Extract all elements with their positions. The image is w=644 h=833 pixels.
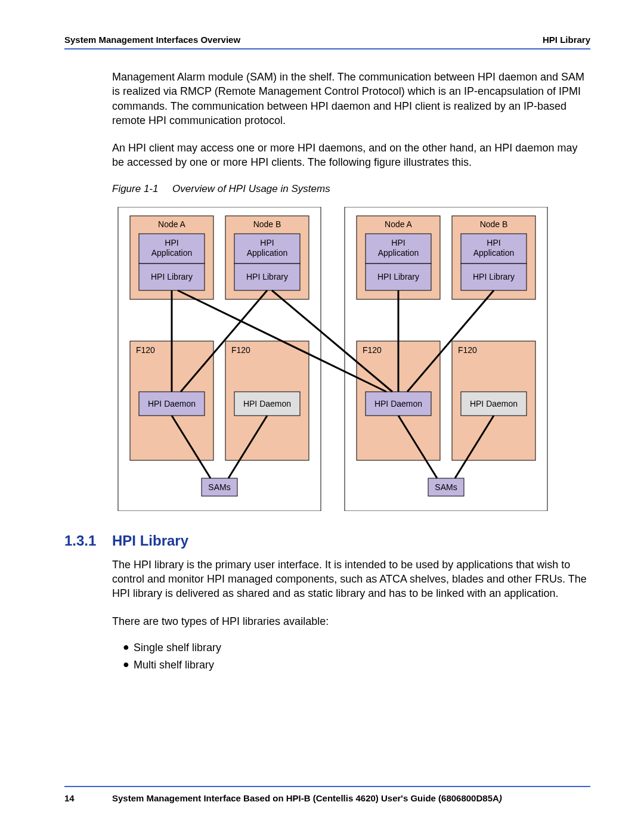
bullet-icon: ● xyxy=(123,642,134,654)
figure-caption: Figure 1-1 Overview of HPI Usage in Syst… xyxy=(112,183,590,195)
footer-text: System Management Interface Based on HPI… xyxy=(112,793,590,803)
node-a2-app-l1: HPI xyxy=(391,238,405,247)
section-number: 1.3.1 xyxy=(64,532,112,549)
node-a2-label: Node A xyxy=(385,219,413,229)
node-a1-label: Node A xyxy=(158,219,186,229)
f120-2a-daemon: HPI Daemon xyxy=(374,399,422,408)
node-a1-app-l1: HPI xyxy=(165,238,178,247)
section-p1: The HPI library is the primary user inte… xyxy=(112,558,590,601)
hpi-system-diagram: Node A HPI Application HPI Library Node … xyxy=(112,207,565,511)
node-b1-lib: HPI Library xyxy=(246,272,288,281)
node-b1-app-l2: Application xyxy=(247,248,288,258)
node-a2-lib: HPI Library xyxy=(377,272,419,281)
figure-label: Figure 1-1 xyxy=(112,183,158,194)
node-a2-app-l2: Application xyxy=(378,248,419,258)
f120-1b-label: F120 xyxy=(231,345,250,355)
section-heading: 1.3.1HPI Library xyxy=(64,532,590,549)
library-types-list: ● Single shelf library ● Multi shelf lib… xyxy=(123,642,590,671)
section-title: HPI Library xyxy=(112,532,188,549)
f120-1b-daemon: HPI Daemon xyxy=(243,399,291,408)
section-p2: There are two types of HPI libraries ava… xyxy=(112,614,590,628)
bullet-icon: ● xyxy=(123,659,134,671)
footer-main: System Management Interface Based on HPI… xyxy=(112,793,499,803)
header-left: System Management Interfaces Overview xyxy=(64,35,240,45)
list-item-text: Multi shelf library xyxy=(134,659,214,671)
section-body: The HPI library is the primary user inte… xyxy=(112,558,590,628)
f120-2b-daemon: HPI Daemon xyxy=(470,399,518,408)
header-right: HPI Library xyxy=(543,35,590,45)
node-b2-app-l1: HPI xyxy=(487,238,500,247)
figure-title: Overview of HPI Usage in Systems xyxy=(172,183,330,194)
f120-2b-label: F120 xyxy=(458,345,477,355)
paragraph-2: An HPI client may access one or more HPI… xyxy=(112,141,590,170)
node-a1-lib: HPI Library xyxy=(151,272,193,281)
node-b2-label: Node B xyxy=(480,219,508,229)
page-footer: 14 System Management Interface Based on … xyxy=(64,786,590,803)
node-b2-app-l2: Application xyxy=(473,248,515,258)
list-item: ● Single shelf library xyxy=(123,642,590,654)
node-b1-app-l1: HPI xyxy=(260,238,274,247)
sam-2: SAMs xyxy=(435,482,457,492)
sam-1: SAMs xyxy=(208,482,230,492)
f120-1a-daemon: HPI Daemon xyxy=(148,399,196,408)
node-b1-label: Node B xyxy=(253,219,281,229)
node-b2-lib: HPI Library xyxy=(473,272,515,281)
page: System Management Interfaces Overview HP… xyxy=(0,0,644,833)
intro-text: Management Alarm module (SAM) in the she… xyxy=(112,70,590,170)
page-header: System Management Interfaces Overview HP… xyxy=(64,35,590,49)
node-a1-app-l2: Application xyxy=(151,248,193,258)
footer-suffix: ) xyxy=(499,793,502,803)
page-number: 14 xyxy=(64,793,112,803)
f120-1a-label: F120 xyxy=(136,345,155,355)
list-item-text: Single shelf library xyxy=(134,642,221,654)
list-item: ● Multi shelf library xyxy=(123,659,590,671)
f120-2a-label: F120 xyxy=(363,345,382,355)
paragraph-1: Management Alarm module (SAM) in the she… xyxy=(112,70,590,128)
